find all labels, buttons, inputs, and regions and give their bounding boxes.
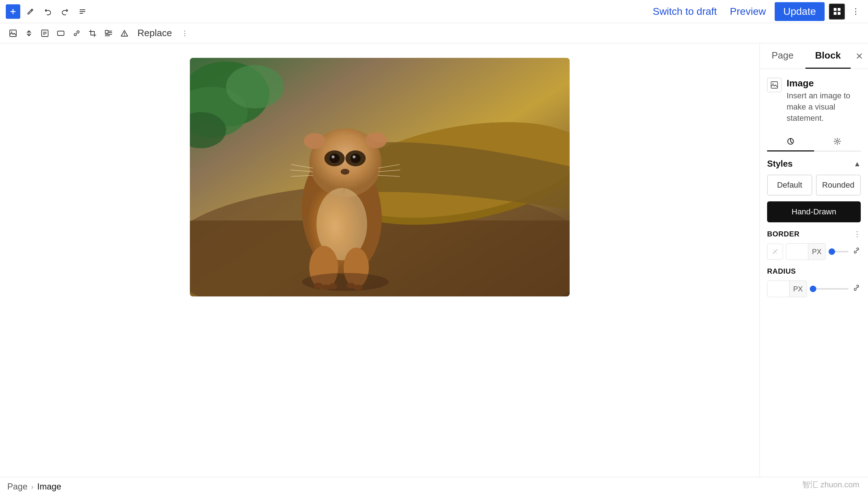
more-options-button[interactable]: ⋮ — [849, 5, 862, 18]
radius-slider[interactable] — [810, 288, 848, 290]
border-width-slider[interactable] — [829, 251, 848, 252]
redo-button[interactable] — [58, 4, 72, 19]
svg-rect-5 — [10, 30, 16, 37]
text-wrap-button[interactable] — [101, 26, 116, 40]
styles-tab-icon[interactable] — [767, 132, 814, 151]
toolbar-left — [6, 4, 648, 19]
replace-button[interactable]: Replace — [133, 25, 176, 41]
svg-point-32 — [329, 154, 340, 163]
breadcrumb: Page › Image — [0, 477, 868, 496]
radius-unit-label: PX — [789, 281, 807, 297]
align-button[interactable] — [38, 26, 52, 40]
switch-to-draft-button[interactable]: Switch to draft — [648, 3, 721, 20]
border-width-input[interactable] — [786, 244, 808, 260]
border-section-header: Border ⋮ — [767, 230, 861, 238]
svg-rect-11 — [58, 31, 64, 35]
undo-button[interactable] — [41, 4, 55, 19]
radius-section: RADIUS PX — [767, 267, 861, 297]
sidebar-content: Image Insert an image to make a visual s… — [760, 69, 868, 477]
block-description: Insert an image to make a visual stateme… — [787, 90, 861, 124]
styles-section-header: Styles ▲ — [767, 159, 861, 169]
breadcrumb-current: Image — [37, 482, 61, 492]
image-expand-button[interactable] — [54, 26, 68, 40]
svg-point-53 — [302, 273, 389, 291]
breadcrumb-page[interactable]: Page — [7, 482, 27, 492]
crop-button[interactable] — [85, 26, 100, 40]
border-unit-label: PX — [808, 244, 825, 260]
border-link-icon[interactable] — [853, 247, 861, 257]
hand-drawn-style-button[interactable]: Hand-Drawn — [767, 201, 861, 222]
rounded-style-button[interactable]: Rounded — [816, 175, 861, 196]
page-tab[interactable]: Page — [760, 43, 805, 69]
radius-link-icon[interactable] — [853, 284, 861, 294]
main-content: Page Block Image Insert an image to make… — [0, 43, 868, 477]
svg-point-6 — [11, 31, 12, 33]
toolbar-right: Switch to draft Preview Update ⋮ — [648, 2, 862, 21]
image-more-options-button[interactable]: ⋮ — [178, 26, 192, 40]
border-section: Border ⋮ PX — [767, 230, 861, 297]
update-button[interactable]: Update — [775, 2, 825, 21]
svg-point-59 — [836, 140, 838, 142]
radius-input-group: PX — [767, 281, 807, 297]
styles-collapse-button[interactable]: ▲ — [854, 160, 861, 168]
radius-slider-container — [810, 288, 848, 290]
close-sidebar-button[interactable] — [851, 46, 868, 66]
preview-button[interactable]: Preview — [726, 3, 770, 20]
block-info: Image Insert an image to make a visual s… — [767, 78, 861, 124]
svg-point-38 — [365, 132, 387, 148]
styles-section: Styles ▲ Default Rounded Hand-Drawn — [767, 159, 861, 222]
settings-tab-icon[interactable] — [814, 132, 861, 151]
sidebar-tab-bar: Page Block — [760, 43, 868, 69]
image-block[interactable] — [190, 58, 570, 296]
block-title: Image — [787, 78, 861, 89]
pencil-icon-button[interactable] — [23, 4, 38, 19]
add-block-button[interactable] — [6, 4, 20, 19]
document-overview-button[interactable] — [75, 4, 90, 19]
border-section-title: Border — [767, 230, 800, 238]
border-slider-container — [829, 251, 848, 252]
svg-rect-12 — [105, 30, 108, 33]
svg-rect-56 — [771, 82, 778, 88]
image-icon-button[interactable] — [6, 26, 20, 40]
svg-point-36 — [341, 169, 349, 175]
svg-point-57 — [773, 83, 774, 84]
border-more-options-button[interactable]: ⋮ — [854, 230, 861, 238]
border-width-input-group: PX — [786, 243, 826, 260]
radius-title: RADIUS — [767, 267, 796, 275]
border-color-swatch[interactable] — [767, 244, 783, 260]
style-icon-tabs — [767, 132, 861, 151]
default-style-button[interactable]: Default — [767, 175, 812, 196]
top-toolbar: Switch to draft Preview Update ⋮ — [0, 0, 868, 23]
link-button[interactable] — [69, 26, 84, 40]
editor-area — [0, 43, 760, 477]
styles-grid: Default Rounded — [767, 175, 861, 196]
image-toolbar: Replace ⋮ — [0, 23, 868, 43]
svg-point-34 — [332, 155, 335, 158]
svg-point-35 — [353, 155, 356, 158]
settings-view-button[interactable] — [829, 4, 845, 20]
border-controls: PX — [767, 243, 861, 260]
svg-point-37 — [304, 133, 326, 149]
sidebar: Page Block Image Insert an image to make… — [760, 43, 868, 477]
meerkat-image — [190, 58, 570, 296]
block-icon — [767, 78, 782, 92]
styles-section-title: Styles — [767, 159, 793, 169]
svg-point-26 — [226, 65, 284, 108]
move-up-down-button[interactable] — [22, 26, 36, 40]
radius-controls: PX — [767, 281, 861, 297]
breadcrumb-separator: › — [31, 483, 34, 491]
radius-input[interactable] — [767, 281, 789, 297]
watermark: 智汇 zhuon.com — [802, 479, 859, 490]
triangle-warning-button[interactable] — [117, 26, 132, 40]
svg-point-33 — [350, 154, 361, 163]
block-text: Image Insert an image to make a visual s… — [787, 78, 861, 124]
block-tab[interactable]: Block — [805, 43, 851, 69]
radius-header: RADIUS — [767, 267, 861, 275]
svg-point-18 — [124, 35, 125, 36]
